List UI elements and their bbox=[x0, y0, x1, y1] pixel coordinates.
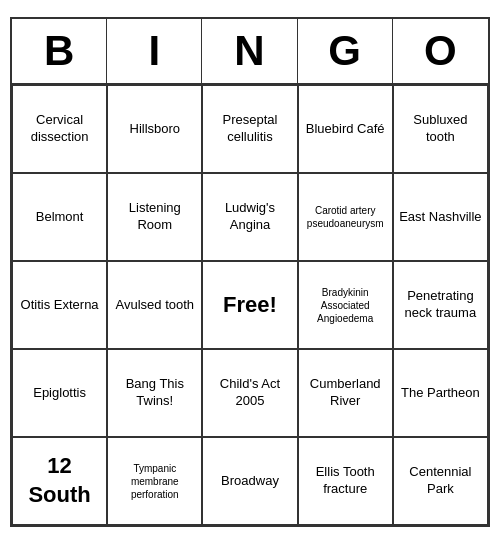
bingo-cell-13: Bradykinin Associated Angioedema bbox=[298, 261, 393, 349]
bingo-header: BINGO bbox=[12, 19, 488, 85]
bingo-cell-3: Bluebird Café bbox=[298, 85, 393, 173]
bingo-cell-18: Cumberland River bbox=[298, 349, 393, 437]
bingo-cell-8: Carotid artery pseudoaneurysm bbox=[298, 173, 393, 261]
bingo-cell-9: East Nashville bbox=[393, 173, 488, 261]
bingo-card: BINGO Cervical dissectionHillsboroPresep… bbox=[10, 17, 490, 527]
bingo-cell-20: 12 South bbox=[12, 437, 107, 525]
bingo-cell-0: Cervical dissection bbox=[12, 85, 107, 173]
bingo-cell-7: Ludwig's Angina bbox=[202, 173, 297, 261]
bingo-cell-16: Bang This Twins! bbox=[107, 349, 202, 437]
bingo-cell-24: Centennial Park bbox=[393, 437, 488, 525]
bingo-cell-22: Broadway bbox=[202, 437, 297, 525]
bingo-cell-5: Belmont bbox=[12, 173, 107, 261]
bingo-cell-19: The Partheon bbox=[393, 349, 488, 437]
bingo-letter-o: O bbox=[393, 19, 488, 83]
bingo-letter-n: N bbox=[202, 19, 297, 83]
bingo-cell-10: Otitis Externa bbox=[12, 261, 107, 349]
bingo-letter-i: I bbox=[107, 19, 202, 83]
bingo-cell-6: Listening Room bbox=[107, 173, 202, 261]
bingo-cell-11: Avulsed tooth bbox=[107, 261, 202, 349]
bingo-cell-23: Ellis Tooth fracture bbox=[298, 437, 393, 525]
bingo-cell-21: Tympanic membrane perforation bbox=[107, 437, 202, 525]
bingo-cell-2: Preseptal cellulitis bbox=[202, 85, 297, 173]
bingo-grid: Cervical dissectionHillsboroPreseptal ce… bbox=[12, 85, 488, 525]
bingo-cell-1: Hillsboro bbox=[107, 85, 202, 173]
bingo-letter-g: G bbox=[298, 19, 393, 83]
bingo-cell-14: Penetrating neck trauma bbox=[393, 261, 488, 349]
bingo-cell-17: Child's Act 2005 bbox=[202, 349, 297, 437]
bingo-cell-15: Epiglottis bbox=[12, 349, 107, 437]
bingo-cell-4: Subluxed tooth bbox=[393, 85, 488, 173]
bingo-cell-12: Free! bbox=[202, 261, 297, 349]
bingo-letter-b: B bbox=[12, 19, 107, 83]
